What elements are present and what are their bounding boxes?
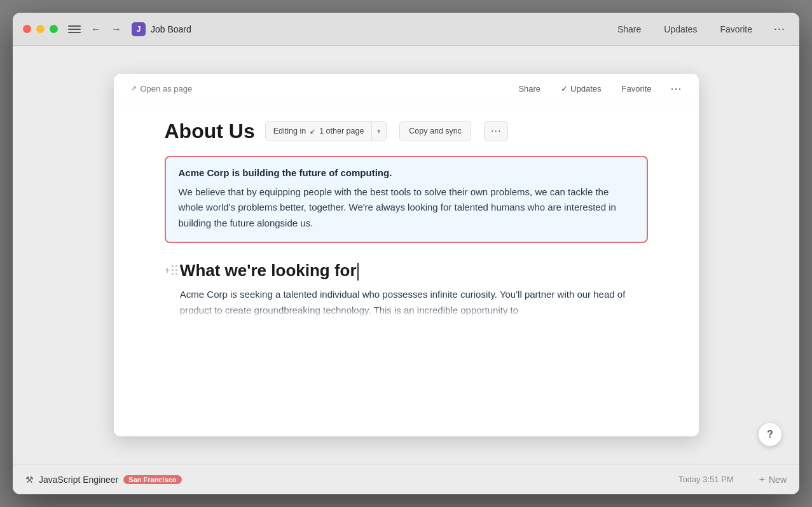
app-window: ← → J Job Board Share Updates Favorite ·…: [13, 13, 799, 494]
new-item-button[interactable]: + New: [759, 474, 787, 485]
section2-content: What we're looking for Acme Corp is seek…: [180, 261, 648, 319]
page-more-button[interactable]: ···: [666, 80, 685, 98]
section2-body: Acme Corp is seeking a talented individu…: [180, 287, 648, 319]
section2-block: + What we're looking for: [165, 261, 648, 319]
titlebar-favorite-button[interactable]: Favorite: [715, 22, 757, 37]
badge-more-button[interactable]: ···: [484, 121, 508, 141]
timestamp: Today 3:51 PM: [678, 475, 734, 484]
plus-icon: +: [759, 474, 765, 485]
close-button[interactable]: [23, 25, 31, 33]
bottom-bar-item[interactable]: ⚒ JavaScript Engineer San Francisco Toda…: [25, 475, 734, 485]
editing-badge-main[interactable]: Editing in ↙ 1 other page: [266, 122, 373, 141]
menu-icon[interactable]: [68, 23, 81, 36]
bottom-bar-item-label: JavaScript Engineer: [39, 475, 118, 485]
new-label: New: [769, 475, 787, 485]
copy-sync-button[interactable]: Copy and sync: [399, 121, 471, 141]
maximize-button[interactable]: [50, 25, 58, 33]
block-handle[interactable]: +: [165, 265, 177, 276]
open-as-page-label: Open as page: [141, 84, 193, 94]
editing-badge[interactable]: Editing in ↙ 1 other page ▾: [265, 121, 387, 141]
titlebar-updates-button[interactable]: Updates: [659, 22, 702, 37]
expand-icon: ↗: [130, 84, 137, 93]
location-badge: San Francisco: [123, 475, 181, 484]
titlebar-more-button[interactable]: ···: [770, 20, 789, 38]
page-share-button[interactable]: Share: [513, 81, 546, 96]
page-title: About Us: [165, 120, 255, 143]
synced-block: Acme Corp is building the future of comp…: [165, 156, 648, 243]
page-toolbar-actions: Share ✓ Updates Favorite ···: [513, 80, 685, 98]
page-card: ↗ Open as page Share ✓ Updates Favorite …: [114, 74, 699, 436]
minimize-button[interactable]: [36, 25, 45, 33]
synced-block-body: We believe that by equipping people with…: [179, 184, 634, 232]
page-favorite-button[interactable]: Favorite: [617, 81, 657, 96]
titlebar-actions: Share Updates Favorite ···: [612, 20, 789, 38]
page-updates-button[interactable]: ✓ Updates: [556, 81, 606, 96]
wrench-icon: ⚒: [25, 475, 34, 485]
add-block-icon[interactable]: +: [165, 265, 170, 276]
editing-badge-icon: ↙: [310, 127, 315, 135]
section2-heading: What we're looking for: [180, 261, 648, 281]
page-body: About Us Editing in ↙ 1 other page ▾ Cop…: [114, 104, 699, 436]
bottom-bar: ⚒ JavaScript Engineer San Francisco Toda…: [13, 464, 799, 494]
traffic-lights: [23, 25, 58, 33]
section2-heading-text: What we're looking for: [180, 261, 357, 280]
main-content: ↗ Open as page Share ✓ Updates Favorite …: [13, 46, 799, 464]
page-toolbar: ↗ Open as page Share ✓ Updates Favorite …: [114, 74, 699, 104]
drag-handle-icon[interactable]: [172, 265, 177, 275]
titlebar: ← → J Job Board Share Updates Favorite ·…: [13, 13, 799, 46]
help-button[interactable]: ?: [759, 423, 781, 446]
titlebar-share-button[interactable]: Share: [612, 22, 646, 37]
editing-page-ref: 1 other page: [319, 127, 364, 135]
app-icon: J: [132, 22, 146, 36]
open-as-page-button[interactable]: ↗ Open as page: [127, 81, 196, 96]
page-updates-label: Updates: [570, 84, 601, 94]
editing-badge-dropdown[interactable]: ▾: [372, 122, 386, 141]
editing-in-label: Editing in: [273, 127, 306, 135]
forward-button[interactable]: →: [109, 22, 124, 36]
synced-block-title: Acme Corp is building the future of comp…: [179, 167, 634, 178]
back-button[interactable]: ←: [88, 22, 104, 36]
nav-buttons: ← →: [88, 22, 124, 36]
text-cursor: [357, 263, 359, 281]
page-title-section: About Us Editing in ↙ 1 other page ▾ Cop…: [165, 120, 648, 143]
checkmark-icon: ✓: [561, 84, 568, 94]
window-title: Job Board: [151, 24, 612, 34]
